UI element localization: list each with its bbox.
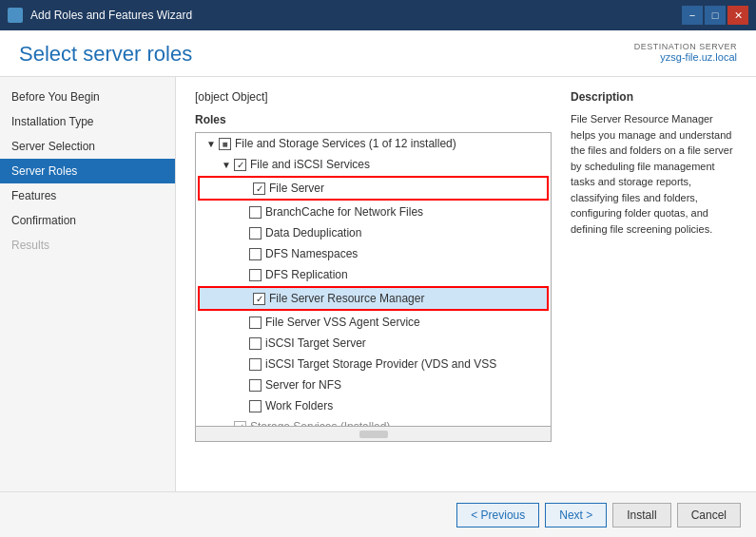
item-label: Server for NFS [265, 378, 341, 392]
list-item-fsrm[interactable]: ✓ File Server Resource Manager [200, 288, 547, 309]
main-container: Select server roles DESTINATION SERVER y… [0, 30, 756, 537]
list-item[interactable]: File Server VSS Agent Service [196, 312, 551, 333]
expand-placeholder [234, 267, 249, 282]
dest-server-label: DESTINATION SERVER [634, 42, 737, 51]
item-label: iSCSI Target Storage Provider (VDS and V… [265, 357, 496, 371]
sidebar-item-before-you-begin[interactable]: Before You Begin [0, 85, 175, 109]
title-bar: Add Roles and Features Wizard − □ ✕ [0, 0, 756, 30]
next-button[interactable]: Next > [545, 503, 607, 527]
checkbox[interactable]: ✓ [253, 182, 265, 195]
checkbox[interactable]: ✓ [253, 293, 265, 305]
list-item[interactable]: ▼ ✓ File and iSCSI Services [196, 154, 551, 175]
dest-server-name: yzsg-file.uz.local [634, 51, 737, 63]
wizard-footer: < Previous Next > Install Cancel [0, 491, 756, 537]
wizard-header: Select server roles DESTINATION SERVER y… [0, 30, 756, 77]
title-bar-controls: − □ ✕ [682, 6, 748, 25]
list-item[interactable]: DFS Namespaces [196, 243, 551, 264]
checkbox[interactable] [249, 358, 262, 371]
expand-placeholder [219, 419, 234, 427]
item-label: File and iSCSI Services [250, 158, 370, 171]
left-nav: Before You Begin Installation Type Serve… [0, 77, 176, 491]
sidebar-item-installation-type[interactable]: Installation Type [0, 109, 175, 134]
install-button[interactable]: Install [612, 503, 670, 527]
file-server-highlight: ✓ File Server [198, 176, 549, 201]
checkbox[interactable] [249, 269, 262, 281]
list-item[interactable]: Work Folders [196, 395, 551, 416]
checkbox[interactable]: ✓ [234, 159, 246, 171]
expand-placeholder [234, 356, 249, 372]
checkbox[interactable] [249, 400, 262, 412]
item-label: BranchCache for Network Files [265, 205, 423, 219]
description-text: File Server Resource Manager helps you m… [571, 111, 737, 237]
item-label: iSCSI Target Server [265, 336, 366, 350]
description-panel: Description File Server Resource Manager… [571, 90, 737, 478]
checkbox[interactable] [249, 337, 262, 350]
minimize-button[interactable]: − [682, 6, 703, 25]
expand-placeholder [234, 225, 249, 240]
list-item[interactable]: iSCSI Target Storage Provider (VDS and V… [196, 354, 551, 374]
list-item[interactable]: Data Deduplication [196, 222, 551, 243]
content-area: [object Object] Roles ▼ ■ File and Stora… [176, 77, 756, 491]
dest-server-info: DESTINATION SERVER yzsg-file.uz.local [634, 42, 737, 63]
expand-placeholder [234, 398, 249, 413]
sidebar-item-confirmation[interactable]: Confirmation [0, 208, 175, 233]
checkbox[interactable] [249, 227, 262, 240]
wizard-body: Before You Begin Installation Type Serve… [0, 77, 756, 491]
expand-placeholder [238, 291, 253, 306]
list-item[interactable]: iSCSI Target Server [196, 333, 551, 354]
expand-icon[interactable]: ▼ [219, 157, 234, 172]
sidebar-item-results: Results [0, 233, 175, 258]
close-button[interactable]: ✕ [727, 6, 748, 25]
checkbox[interactable] [249, 316, 262, 329]
list-item[interactable]: DFS Replication [196, 264, 551, 285]
roles-section: [object Object] Roles ▼ ■ File and Stora… [195, 90, 552, 478]
expand-icon[interactable]: ▼ [204, 136, 219, 151]
restore-button[interactable]: □ [705, 6, 726, 25]
fsrm-highlight: ✓ File Server Resource Manager [198, 286, 549, 311]
cancel-button[interactable]: Cancel [677, 503, 741, 527]
expand-placeholder [234, 377, 249, 393]
item-label: DFS Replication [265, 268, 348, 281]
app-icon [8, 8, 23, 23]
checkbox[interactable] [249, 206, 262, 219]
horizontal-scrollbar[interactable] [195, 427, 552, 442]
roles-label: Roles [195, 113, 552, 126]
checkbox[interactable]: ✓ [234, 421, 246, 428]
list-item[interactable]: ▼ ■ File and Storage Services (1 of 12 i… [196, 133, 551, 154]
checkbox[interactable] [249, 379, 262, 392]
description-title: Description [571, 90, 737, 104]
item-label: Storage Services (Installed) [250, 420, 390, 427]
sidebar-item-server-selection[interactable]: Server Selection [0, 134, 175, 159]
list-item[interactable]: ✓ Storage Services (Installed) [196, 416, 551, 427]
list-item-file-server[interactable]: ✓ File Server [200, 178, 547, 199]
item-label: Data Deduplication [265, 226, 361, 240]
expand-placeholder [234, 315, 249, 330]
sidebar-item-features[interactable]: Features [0, 183, 175, 208]
checkbox[interactable] [249, 248, 262, 260]
page-title: Select server roles [19, 42, 192, 67]
expand-placeholder [234, 336, 249, 351]
item-label: File Server Resource Manager [269, 292, 424, 305]
list-item[interactable]: BranchCache for Network Files [196, 201, 551, 222]
item-label: Work Folders [265, 399, 333, 412]
item-label: File Server [269, 182, 324, 195]
item-label: DFS Namespaces [265, 247, 358, 260]
expand-placeholder [234, 246, 249, 261]
expand-placeholder [234, 204, 249, 220]
tree-container[interactable]: ▼ ■ File and Storage Services (1 of 12 i… [195, 132, 552, 427]
checkbox[interactable]: ■ [219, 138, 231, 150]
title-bar-left: Add Roles and Features Wizard [8, 8, 192, 23]
sidebar-item-server-roles[interactable]: Server Roles [0, 159, 175, 183]
previous-button[interactable]: < Previous [456, 503, 539, 527]
list-item[interactable]: Server for NFS [196, 374, 551, 395]
item-label: File and Storage Services (1 of 12 insta… [235, 137, 456, 150]
title-bar-title: Add Roles and Features Wizard [30, 9, 192, 22]
item-label: File Server VSS Agent Service [265, 316, 420, 329]
expand-placeholder [238, 181, 253, 196]
content-description: [object Object] [195, 90, 552, 104]
